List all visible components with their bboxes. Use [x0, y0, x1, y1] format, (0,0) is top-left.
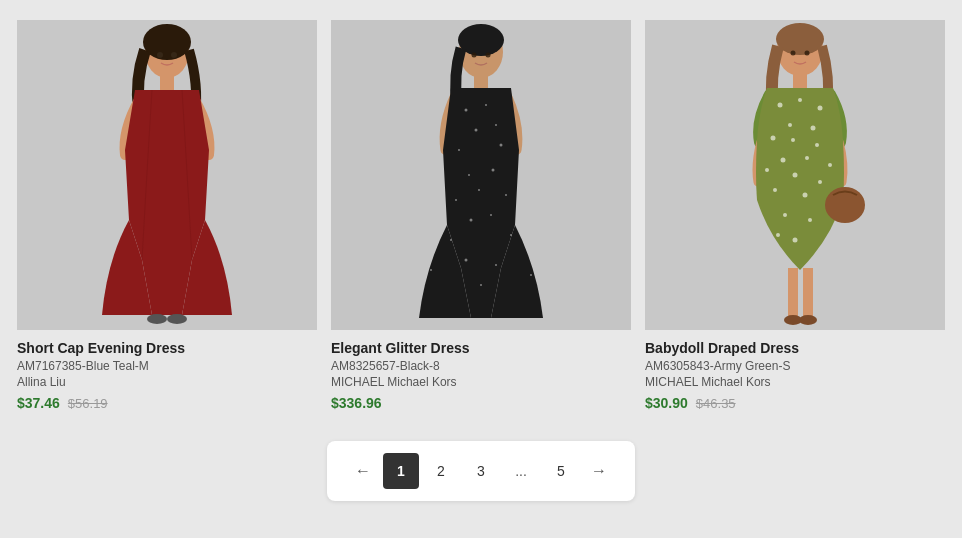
svg-point-15	[495, 124, 497, 126]
product-card-3: Babydoll Draped Dress AM6305843-Army Gre…	[645, 20, 945, 411]
svg-point-63	[791, 51, 796, 56]
product-card-1: Short Cap Evening Dress AM7167385-Blue T…	[17, 20, 317, 411]
price-current-3: $30.90	[645, 395, 688, 411]
product-sku-2: AM8325657-Black-8	[331, 359, 440, 373]
pagination-prev[interactable]: ←	[347, 455, 379, 487]
svg-point-21	[455, 199, 457, 201]
product-brand-3: MICHAEL Michael Kors	[645, 375, 771, 389]
product-sku-1: AM7167385-Blue Teal-M	[17, 359, 149, 373]
product-name-2: Elegant Glitter Dress	[331, 340, 470, 356]
pagination-page-3[interactable]: 3	[463, 453, 499, 489]
svg-point-31	[480, 284, 482, 286]
svg-point-25	[450, 239, 452, 241]
svg-point-57	[776, 233, 780, 237]
product-sku-3: AM6305843-Army Green-S	[645, 359, 790, 373]
svg-point-7	[171, 52, 177, 58]
svg-point-38	[778, 103, 783, 108]
svg-point-48	[828, 163, 832, 167]
svg-point-6	[157, 52, 163, 58]
svg-point-47	[805, 156, 809, 160]
svg-point-18	[468, 174, 470, 176]
svg-point-64	[805, 51, 810, 56]
product-name-1: Short Cap Evening Dress	[17, 340, 185, 356]
svg-point-16	[458, 149, 460, 151]
price-original-3: $46.35	[696, 396, 736, 411]
svg-point-28	[495, 264, 497, 266]
svg-point-39	[798, 98, 802, 102]
svg-point-4	[147, 314, 167, 324]
svg-point-49	[765, 168, 769, 172]
svg-point-13	[485, 104, 487, 106]
svg-point-56	[793, 238, 798, 243]
svg-point-43	[771, 136, 776, 141]
svg-point-12	[465, 109, 468, 112]
pagination-page-2[interactable]: 2	[423, 453, 459, 489]
svg-point-5	[167, 314, 187, 324]
product-brand-1: Allina Liu	[17, 375, 66, 389]
svg-point-45	[815, 143, 819, 147]
svg-point-50	[793, 173, 798, 178]
svg-point-24	[490, 214, 492, 216]
price-original-1: $56.19	[68, 396, 108, 411]
pagination-page-5[interactable]: 5	[543, 453, 579, 489]
svg-point-51	[818, 180, 822, 184]
svg-rect-58	[788, 268, 798, 318]
product-image-2[interactable]	[331, 20, 631, 330]
price-current-2: $336.96	[331, 395, 382, 411]
svg-point-29	[430, 269, 432, 271]
svg-point-20	[478, 189, 480, 191]
svg-point-61	[799, 315, 817, 325]
product-brand-2: MICHAEL Michael Kors	[331, 375, 457, 389]
product-image-1[interactable]	[17, 20, 317, 330]
svg-point-30	[530, 274, 532, 276]
pagination-next[interactable]: →	[583, 455, 615, 487]
pagination-page-1[interactable]: 1	[383, 453, 419, 489]
svg-point-14	[475, 129, 478, 132]
product-price-row-1: $37.46 $56.19	[17, 395, 108, 411]
product-name-3: Babydoll Draped Dress	[645, 340, 799, 356]
svg-point-53	[803, 193, 808, 198]
svg-point-40	[818, 106, 823, 111]
product-price-row-2: $336.96	[331, 395, 382, 411]
svg-point-17	[500, 144, 503, 147]
pagination-ellipsis: ...	[503, 453, 539, 489]
svg-point-22	[505, 194, 507, 196]
svg-point-26	[510, 234, 512, 236]
svg-point-23	[470, 219, 473, 222]
svg-rect-3	[160, 75, 174, 91]
svg-point-19	[492, 169, 495, 172]
svg-point-52	[773, 188, 777, 192]
svg-point-54	[783, 213, 787, 217]
svg-point-55	[808, 218, 812, 222]
svg-point-44	[791, 138, 795, 142]
product-price-row-3: $30.90 $46.35	[645, 395, 736, 411]
svg-point-2	[143, 24, 191, 60]
svg-point-27	[465, 259, 468, 262]
product-image-3[interactable]	[645, 20, 945, 330]
price-current-1: $37.46	[17, 395, 60, 411]
product-card-2: Elegant Glitter Dress AM8325657-Black-8 …	[331, 20, 631, 411]
svg-point-41	[788, 123, 792, 127]
svg-point-33	[486, 53, 491, 58]
svg-point-36	[776, 23, 824, 55]
svg-rect-59	[803, 268, 813, 318]
svg-point-42	[811, 126, 816, 131]
svg-rect-37	[793, 73, 807, 89]
svg-point-46	[781, 158, 786, 163]
product-grid: Short Cap Evening Dress AM7167385-Blue T…	[0, 20, 962, 411]
pagination: ← 1 2 3 ... 5 →	[327, 441, 635, 501]
svg-point-32	[472, 53, 477, 58]
